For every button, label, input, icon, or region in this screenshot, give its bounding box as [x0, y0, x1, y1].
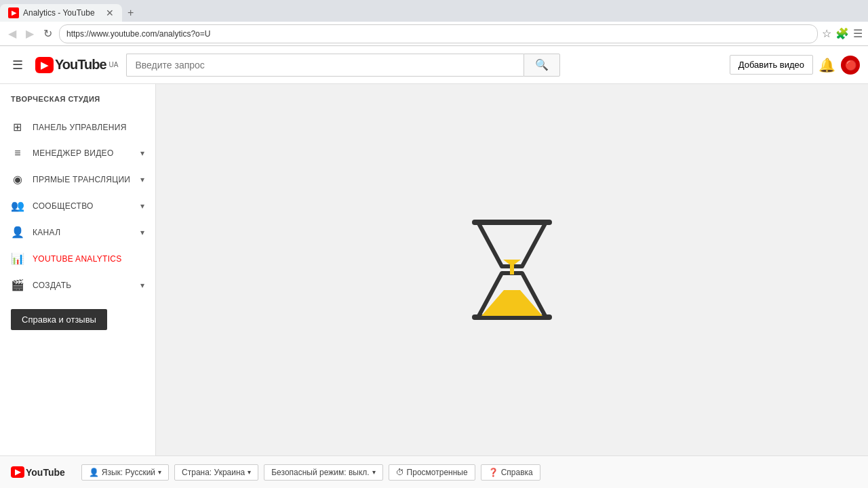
- help-button[interactable]: Справка и отзывы: [11, 309, 107, 330]
- safe-chevron-icon: ▾: [372, 468, 376, 476]
- sidebar-title: ТВОРЧЕСКАЯ СТУДИЯ: [0, 95, 155, 114]
- extensions-icon[interactable]: 🧩: [835, 27, 849, 40]
- sidebar-item-label: ПАНЕЛЬ УПРАВЛЕНИЯ: [33, 123, 144, 132]
- forward-button[interactable]: ▶: [23, 26, 37, 41]
- sidebar-item-create[interactable]: 🎬 СОЗДАТЬ ▾: [0, 272, 155, 298]
- help-icon: ❓: [488, 468, 498, 477]
- sidebar-item-channel[interactable]: 👤 КАНАЛ ▾: [0, 219, 155, 245]
- history-icon: ⏱: [396, 468, 404, 477]
- search-input[interactable]: [126, 54, 524, 77]
- search-bar: 🔍: [126, 54, 560, 77]
- notifications-button[interactable]: 🔔: [818, 57, 835, 73]
- lang-chevron-icon: ▾: [158, 468, 161, 476]
- footer-help-label: Справка: [501, 468, 533, 477]
- hourglass-svg: [471, 216, 553, 324]
- logo-region: UA: [109, 61, 119, 68]
- sidebar-item-label: КАНАЛ: [33, 228, 132, 237]
- sidebar-item-label: МЕНЕДЖЕР ВИДЕО: [33, 148, 132, 158]
- reload-button[interactable]: ↻: [41, 26, 55, 41]
- chevron-down-icon: ▾: [140, 228, 144, 237]
- footer-logo-text: YouTube: [26, 467, 65, 478]
- sidebar-item-video-manager[interactable]: ≡ МЕНЕДЖЕР ВИДЕО ▾: [0, 140, 155, 166]
- avatar[interactable]: 🔴: [841, 56, 860, 75]
- chevron-down-icon: ▾: [140, 148, 144, 158]
- search-button[interactable]: 🔍: [524, 54, 560, 77]
- sidebar-item-label: СОЗДАТЬ: [33, 281, 132, 290]
- sidebar-item-dashboard[interactable]: ⊞ ПАНЕЛЬ УПРАВЛЕНИЯ: [0, 114, 155, 140]
- live-icon: ◉: [11, 173, 24, 186]
- language-selector[interactable]: 👤 Язык: Русский ▾: [81, 464, 169, 481]
- analytics-icon: 📊: [11, 252, 24, 265]
- bookmark-icon[interactable]: ☆: [822, 27, 831, 40]
- sidebar-item-label: YOUTUBE ANALYTICS: [33, 254, 144, 264]
- safe-mode-label: Безопасный режим: выкл.: [271, 468, 369, 477]
- footer: ▶ YouTube 👤 Язык: Русский ▾ Страна: Укра…: [0, 455, 868, 488]
- menu-icon[interactable]: ☰: [853, 27, 863, 40]
- browser-tab[interactable]: ▶ Analytics - YouTube ✕: [0, 4, 122, 22]
- chevron-down-icon: ▾: [140, 175, 144, 184]
- back-button[interactable]: ◀: [5, 26, 19, 41]
- upload-button[interactable]: Добавить видео: [730, 55, 813, 75]
- sidebar-item-label: ПРЯМЫЕ ТРАНСЛЯЦИИ: [33, 175, 132, 184]
- community-icon: 👥: [11, 199, 24, 212]
- user-icon: 👤: [89, 468, 99, 477]
- video-manager-icon: ≡: [11, 147, 24, 159]
- chevron-down-icon: ▾: [140, 201, 144, 211]
- tab-favicon: ▶: [8, 7, 19, 18]
- hamburger-icon[interactable]: ☰: [8, 54, 27, 77]
- history-button[interactable]: ⏱ Просмотренные: [389, 464, 475, 481]
- sidebar: ТВОРЧЕСКАЯ СТУДИЯ ⊞ ПАНЕЛЬ УПРАВЛЕНИЯ ≡ …: [0, 84, 156, 455]
- logo-text: YouTube: [55, 57, 106, 73]
- youtube-logo[interactable]: ▶ YouTube UA: [35, 57, 118, 73]
- create-icon: 🎬: [11, 279, 24, 291]
- sidebar-item-community[interactable]: 👥 СООБЩЕСТВО ▾: [0, 192, 155, 219]
- new-tab-button[interactable]: +: [122, 4, 139, 22]
- tab-title: Analytics - YouTube: [23, 8, 102, 18]
- svg-rect-8: [510, 265, 514, 274]
- content-area: [156, 84, 868, 455]
- country-selector[interactable]: Страна: Украина ▾: [174, 464, 258, 481]
- chevron-down-icon: ▾: [140, 281, 144, 290]
- sidebar-item-live[interactable]: ◉ ПРЯМЫЕ ТРАНСЛЯЦИИ ▾: [0, 166, 155, 192]
- footer-logo-icon: ▶: [11, 466, 24, 478]
- channel-icon: 👤: [11, 226, 24, 239]
- loading-hourglass: [471, 216, 553, 324]
- footer-help-button[interactable]: ❓ Справка: [481, 464, 540, 481]
- logo-icon: ▶: [35, 57, 54, 73]
- language-label: Язык: Русский: [102, 468, 155, 477]
- country-label: Страна: Украина: [182, 468, 245, 477]
- safe-mode-selector[interactable]: Безопасный режим: выкл. ▾: [264, 464, 382, 481]
- dashboard-icon: ⊞: [11, 121, 24, 134]
- sidebar-item-label: СООБЩЕСТВО: [33, 201, 132, 211]
- sidebar-item-analytics[interactable]: 📊 YOUTUBE ANALYTICS: [0, 245, 155, 272]
- country-chevron-icon: ▾: [248, 468, 251, 476]
- url-display: https://www.youtube.com/analytics?o=U: [66, 29, 810, 39]
- tab-close-icon[interactable]: ✕: [106, 7, 114, 18]
- history-label: Просмотренные: [407, 468, 468, 477]
- footer-logo: ▶ YouTube: [11, 466, 65, 478]
